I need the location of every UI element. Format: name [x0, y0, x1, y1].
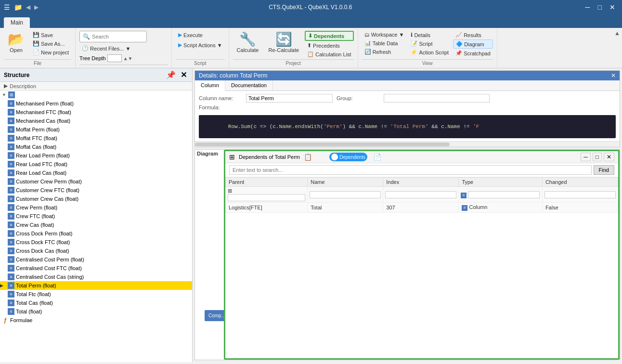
col-changed[interactable]: Changed — [542, 178, 618, 187]
formulae-item[interactable]: ƒ Formulae — [0, 316, 192, 325]
item-label: Rear Load Cas (float) — [16, 170, 66, 176]
search-input[interactable] — [92, 34, 143, 39]
workspace-button[interactable]: 🗂 Workspace ▼ — [362, 31, 407, 39]
dep-copy-icon[interactable]: 📄 — [373, 153, 381, 161]
save-as-button[interactable]: 💾 Save As... — [30, 39, 71, 48]
open-label: Open — [10, 47, 23, 53]
action-script-button[interactable]: ⚡ Action Script — [408, 48, 451, 56]
details-close-btn[interactable]: ✕ — [611, 72, 616, 79]
list-item[interactable]: ≡ Customer Crew Perm (float) — [0, 177, 192, 186]
col-type[interactable]: Type — [459, 178, 543, 187]
list-item[interactable]: ≡ Mechanised FTC (float) — [0, 108, 192, 117]
details-button[interactable]: ℹ Details — [408, 31, 451, 39]
list-item[interactable]: ≡ Rear Load Cas (float) — [0, 169, 192, 177]
list-item[interactable]: ≡ Total Ftc (float) — [0, 290, 192, 299]
list-item[interactable]: ≡ Cross Dock Perm (float) — [0, 229, 192, 238]
tab-main[interactable]: Main — [4, 17, 30, 28]
recent-files-button[interactable]: 🕐 Recent Files... ▼ — [79, 44, 133, 52]
selected-tree-item[interactable]: ▶ ≡ Total Perm (float) — [0, 281, 192, 290]
script-actions-button[interactable]: ▶ Script Actions ▼ — [176, 41, 225, 49]
filter-index[interactable]: = — [383, 187, 459, 203]
col-index[interactable]: Index — [383, 178, 459, 187]
recent-icon: 🕐 — [82, 45, 89, 52]
filter-changed[interactable]: = — [542, 187, 618, 203]
tree-root[interactable]: ▼ ⊞ — [0, 91, 192, 99]
restore-btn[interactable]: □ — [595, 2, 605, 12]
list-item[interactable]: ≡ Crew FTC (float) — [0, 212, 192, 221]
dep-search-input[interactable] — [229, 165, 592, 175]
dep-close-btn[interactable]: ✕ — [604, 153, 614, 161]
list-item[interactable]: ≡ Centralised Cost FTC (float) — [0, 264, 192, 273]
formula-scrollbar[interactable] — [195, 141, 620, 147]
index-filter-input[interactable]: = — [385, 191, 456, 198]
column-name-input[interactable] — [246, 94, 333, 103]
app-menu-icon[interactable]: ☰ — [4, 3, 10, 11]
calculation-list-button[interactable]: 📋 Calculation List — [305, 50, 354, 58]
dep-find-button[interactable]: Find — [594, 165, 614, 175]
script-view-button[interactable]: 📝 Script — [408, 39, 451, 48]
new-project-button[interactable]: 📄 New project — [30, 48, 71, 56]
list-item[interactable]: ≡ Rear Load Perm (float) — [0, 151, 192, 160]
tab-documentation[interactable]: Documentation — [225, 80, 273, 91]
nav-fwd-btn[interactable]: ▶ — [34, 4, 39, 11]
list-item[interactable]: ≡ Centralised Cost Perm (float) — [0, 255, 192, 264]
parent-filter-input[interactable]: = — [228, 194, 305, 201]
dep-settings-icon[interactable]: 📋 — [304, 153, 312, 161]
dep-restore-btn[interactable]: □ — [593, 153, 602, 161]
dependents-window: ⊞ Dependents of Total Perm 📋 Dependents … — [224, 150, 620, 360]
list-item[interactable]: ≡ Cross Dock FTC (float) — [0, 238, 192, 247]
item-icon: ≡ — [8, 247, 14, 254]
list-item[interactable]: ≡ Moffat Cas (float) — [0, 143, 192, 151]
table-data-button[interactable]: 📊 Table Data — [362, 39, 407, 47]
name-filter-input[interactable]: = — [310, 191, 381, 198]
list-item[interactable]: ≡ Crew Cas (float) — [0, 221, 192, 229]
refresh-button[interactable]: 🔃 Refresh — [362, 48, 407, 56]
type-filter-input[interactable]: = — [468, 191, 540, 198]
col-name[interactable]: Name — [308, 178, 383, 187]
table-row[interactable]: Logistics[FTE] Total 307 ≡ Column False — [226, 203, 618, 213]
item-icon: ≡ — [8, 273, 14, 280]
dependents-button[interactable]: ⬇ Dependents — [305, 31, 354, 41]
filter-name[interactable]: = — [308, 187, 383, 203]
calculate-button[interactable]: 🔧 Calculate — [233, 31, 263, 55]
list-item[interactable]: ≡ Customer Crew Cas (float) — [0, 195, 192, 203]
save-button[interactable]: 💾 Save — [30, 31, 71, 39]
list-item[interactable]: ≡ Total (float) — [0, 307, 192, 316]
list-item[interactable]: ≡ Centralised Cost Cas (string) — [0, 273, 192, 281]
search-box[interactable]: 🔍 — [79, 31, 147, 42]
diagram-button[interactable]: 🔷 Diagram — [453, 39, 493, 49]
expand-all-icon[interactable]: ▶ — [4, 83, 10, 89]
recalculate-button[interactable]: 🔄 Re-Calculate — [264, 31, 303, 55]
list-item[interactable]: ≡ Rear Load FTC (float) — [0, 160, 192, 169]
minimize-btn[interactable]: ─ — [583, 2, 593, 12]
list-item[interactable]: ≡ Moffat FTC (float) — [0, 134, 192, 143]
list-item[interactable]: ≡ Mechanised Cas (float) — [0, 117, 192, 125]
filter-type[interactable]: ≡ = — [459, 187, 543, 203]
list-item[interactable]: ≡ Customer Crew FTC (float) — [0, 186, 192, 195]
collapse-ribbon-btn[interactable]: ▲ — [614, 30, 620, 37]
open-button[interactable]: 📂 Open — [4, 31, 28, 55]
group-input[interactable] — [384, 94, 490, 103]
list-item[interactable]: ≡ Moffat Perm (float) — [0, 125, 192, 134]
formula-fn: Row — [228, 124, 238, 130]
changed-filter-input[interactable]: = — [544, 191, 616, 198]
depth-spinner[interactable]: ▲▼ — [123, 56, 133, 61]
scratchpad-button[interactable]: 📌 Scratchpad — [453, 49, 493, 57]
structure-pin-btn[interactable]: 📌 — [165, 70, 177, 80]
precedents-button[interactable]: ⬆ Precedents — [305, 41, 354, 50]
list-item[interactable]: ≡ Mechanised Perm (float) — [0, 99, 192, 108]
list-item[interactable]: ≡ Crew Perm (float) — [0, 203, 192, 212]
list-item[interactable]: ≡ Cross Dock Cas (float) — [0, 247, 192, 255]
results-button[interactable]: 📈 Results — [453, 31, 493, 39]
tab-column[interactable]: Column — [195, 80, 225, 91]
close-btn[interactable]: ✕ — [607, 2, 618, 12]
filter-parent[interactable]: ⊞ = — [226, 187, 308, 203]
dep-toggle[interactable]: Dependents — [329, 153, 367, 161]
execute-button[interactable]: ▶ Execute — [176, 31, 205, 39]
dep-minimize-btn[interactable]: ─ — [581, 153, 591, 161]
col-parent[interactable]: Parent — [226, 178, 308, 187]
structure-close-btn[interactable]: ✕ — [179, 70, 188, 80]
list-item[interactable]: ≡ Total Cas (float) — [0, 299, 192, 307]
nav-back-btn[interactable]: ◀ — [26, 4, 30, 11]
tree-depth-input[interactable]: 3 — [107, 54, 122, 62]
